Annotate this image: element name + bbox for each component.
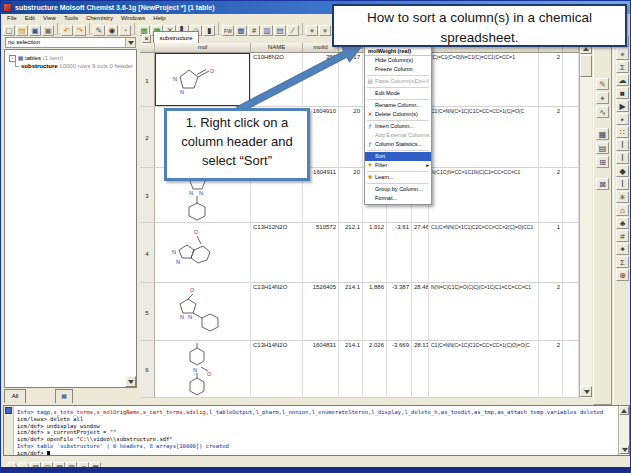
table-cell-mol[interactable]: ONN (155, 283, 251, 341)
menu-item-freeze-column[interactable]: Freeze Column (365, 65, 431, 74)
table-cell-filler[interactable] (563, 168, 579, 223)
menu-item-hide-column-s[interactable]: Hide Column(s) (365, 56, 431, 65)
table-cell-smiles[interactable]: N(C1C)N=CC=1C1N(C)C1=CC=CC=C1 (429, 168, 539, 223)
table-cell-molid[interactable]: 1604831 (303, 341, 339, 398)
table-cell-mol[interactable]: ONN (155, 53, 251, 107)
table-cell-smiles[interactable]: C1(C=NN(C=1C1)C2C=CC=CC=2(C)=O)CC1 (429, 223, 539, 283)
table-cell-c7[interactable]: 28.13 (412, 341, 429, 398)
menu-windows[interactable]: Windows (117, 14, 149, 22)
column-header-mol[interactable]: mol (155, 43, 251, 53)
slash-icon[interactable]: ∕ (287, 25, 299, 36)
menu-item-group-by-column[interactable]: Group by Column... (365, 185, 431, 194)
table-cell-filler[interactable] (563, 283, 579, 341)
hash-icon[interactable]: # (248, 25, 260, 36)
menu-tools[interactable]: Tools (60, 14, 82, 22)
sphere-icon[interactable]: ● (306, 25, 318, 36)
table-cell-name[interactable]: C13H14N2O (251, 283, 303, 341)
grid-icon[interactable]: ▦ (235, 25, 247, 36)
table-cell-molid[interactable]: 1526405 (303, 283, 339, 341)
find-icon[interactable]: ⌖ (596, 92, 609, 104)
labels-icon[interactable]: ∷ (616, 126, 629, 138)
surface-icon[interactable]: ✳ (616, 191, 629, 203)
table-cell-num[interactable]: 4 (140, 223, 155, 283)
panel-tab-grid[interactable]: ▦ (55, 389, 73, 403)
table-cell-molw[interactable]: 212.1 (339, 223, 363, 283)
menu-item-rename-column[interactable]: Rename Column... (365, 101, 431, 110)
save-all-icon[interactable]: ▣ (42, 25, 54, 36)
menu-item-paste-column-s[interactable]: ▤Paste Column(s)Ctrl+V (365, 77, 431, 86)
pause-icon[interactable]: ▮ (203, 25, 215, 36)
grid3-icon[interactable]: ▤ (274, 25, 286, 36)
scrollbar-thumb[interactable] (580, 55, 592, 77)
dot-icon[interactable]: ▪ (616, 113, 629, 125)
clover-icon[interactable]: ♣ (616, 217, 629, 229)
spark-icon[interactable]: ✦ (616, 243, 629, 255)
menu-item-delete-column-s[interactable]: ✕Delete Column(s) (365, 110, 431, 119)
cloud-icon[interactable]: ☁ (616, 74, 629, 86)
undo-icon[interactable]: ↶ (61, 25, 73, 36)
table-cell-last[interactable]: 2 (539, 53, 563, 107)
menu-item-format[interactable]: Format... (365, 194, 431, 203)
table-cell-smiles[interactable]: C1(C=NN(C=1C)C1C=CC=CC=1(C)=O(C (429, 107, 539, 168)
table-cell-c5[interactable]: 1.886 (363, 283, 387, 341)
edit-pen-icon[interactable]: ✎ (93, 25, 105, 36)
table-cell-name[interactable]: C13H14N2O (251, 341, 303, 398)
table-cell-last[interactable]: 2 (539, 283, 563, 341)
menu-item-column-statistics[interactable]: ƒColumn Statistics... (365, 140, 431, 149)
menu-view[interactable]: View (39, 14, 60, 22)
combobox-dropdown-button[interactable] (125, 38, 135, 47)
box-icon[interactable]: ■ (616, 87, 629, 99)
table-cell-molw[interactable]: 17 (339, 53, 363, 107)
menu-edit[interactable]: Edit (21, 14, 39, 22)
scroll-down-button[interactable] (580, 386, 592, 397)
plus-circle-icon[interactable]: ⊕ (616, 269, 629, 281)
menu-item-add-external-columns[interactable]: Add External Columns... (365, 131, 431, 140)
zoom-icon[interactable]: ⌖ (616, 48, 629, 60)
console-scroll-up-button[interactable] (619, 406, 629, 415)
table-cell-molid[interactable]: 510572 (303, 223, 339, 283)
table-cell-molid[interactable]: 352 (303, 53, 339, 107)
table-cell-c6[interactable]: -3.669 (387, 341, 412, 398)
table-cell-mol[interactable]: ONN (155, 223, 251, 283)
menu-chemistry[interactable]: Chemistry (82, 14, 117, 22)
table-cell-c7[interactable]: 27.46 (412, 223, 429, 283)
table-cell-name[interactable]: C10H8N2O (251, 53, 303, 107)
table-cell-smiles[interactable]: (C)=C1(C=O)N=C1(C)=CC1(C=CC=1 (429, 53, 539, 107)
tree-scroll-down-button[interactable] (125, 376, 136, 387)
table-cell-name[interactable]: C13H12N2O (251, 223, 303, 283)
table-cell-mol[interactable]: NO (155, 341, 251, 398)
menu-item-sort[interactable]: Sort (365, 152, 431, 161)
table-cell-filler[interactable] (563, 223, 579, 283)
grid2-icon[interactable]: ▥ (261, 25, 273, 36)
menu-item-insert-column[interactable]: ƒInsert Column... (365, 122, 431, 131)
table-cell-c6[interactable]: -3.387 (387, 283, 412, 341)
close-tab-button[interactable]: × (142, 34, 151, 43)
table-cell-c6[interactable]: -3.61 (387, 223, 412, 283)
sigma-icon[interactable]: Σ (616, 61, 629, 73)
column-header-name[interactable]: NAME (251, 43, 303, 53)
table-cell-num[interactable]: 6 (140, 341, 155, 398)
table-vertical-scrollbar[interactable] (579, 43, 592, 398)
table-cell-molw[interactable]: 214.1 (339, 341, 363, 398)
tree-item-substructure[interactable]: substructure 10000 rows 9 cols 0 header (21, 63, 133, 69)
console-scrollbar[interactable] (618, 406, 629, 455)
table-cell-c5[interactable]: 2.026 (363, 341, 387, 398)
table-cell-last[interactable]: 1 (539, 223, 563, 283)
table-cell-smiles[interactable]: N(N=C(C1C)=O(C)C)(C=1C)C1=CC=CC=C1 (429, 283, 539, 341)
home-icon[interactable]: ⌂ (616, 204, 629, 216)
scatter-view-icon[interactable]: ⊠ (596, 178, 609, 190)
menu-item-filter[interactable]: ▼Filter▸ (365, 161, 431, 170)
table-cell-last[interactable]: 2 (539, 107, 563, 168)
command-console[interactable]: Info> tagp,s_tots_terms,s_molOrigName,s_… (3, 405, 630, 456)
table-cell-last[interactable]: 2 (539, 341, 563, 398)
panel-tab-all[interactable]: All (4, 389, 26, 403)
console-scroll-down-button[interactable] (619, 445, 629, 454)
table-cell-molw[interactable]: 20 (339, 168, 363, 223)
clock-icon[interactable]: ◔ (119, 25, 131, 36)
cpk-icon[interactable]: ◆ (616, 165, 629, 177)
chart-line-icon[interactable]: ∿ (596, 106, 609, 118)
tab-substructure[interactable]: substructure (153, 31, 199, 43)
table-cell-smiles[interactable]: C1(C=NN(C=1C)C1C=CC=CC=1(C)O)=O(C (429, 341, 539, 398)
image-view-icon[interactable]: ▦ (596, 128, 609, 140)
table-cell-filler[interactable] (563, 107, 579, 168)
